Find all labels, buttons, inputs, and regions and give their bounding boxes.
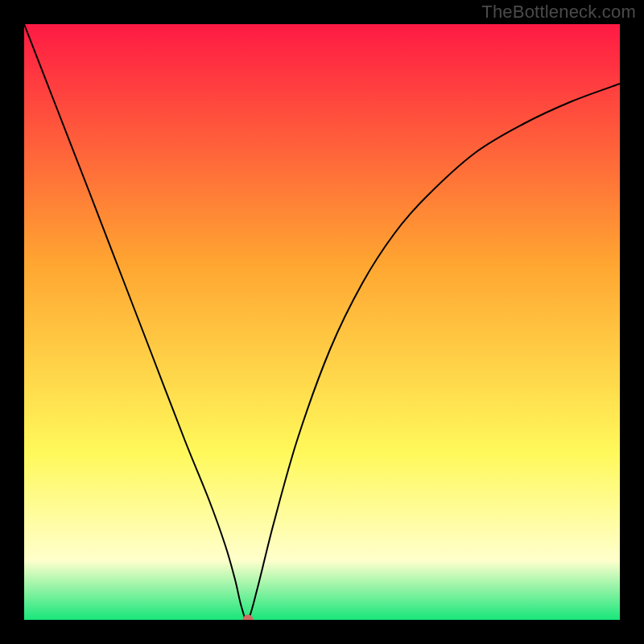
plot-area bbox=[24, 24, 620, 620]
watermark-text: TheBottleneck.com bbox=[481, 2, 636, 23]
gradient-background bbox=[24, 24, 620, 620]
plot-svg bbox=[24, 24, 620, 620]
chart-frame: TheBottleneck.com bbox=[0, 0, 644, 644]
curve-minimum-marker bbox=[243, 615, 254, 621]
